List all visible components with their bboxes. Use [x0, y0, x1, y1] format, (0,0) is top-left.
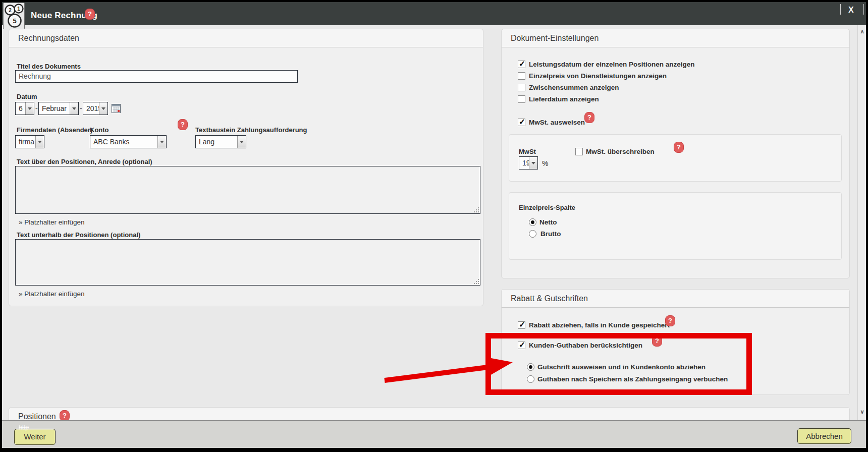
mwst-label: MwSt — [519, 148, 536, 155]
svg-text:2: 2 — [9, 8, 12, 13]
chevron-down-icon[interactable] — [237, 136, 246, 148]
panel-rechnungsdaten-title: Rechnungsdaten — [18, 34, 79, 43]
help-icon[interactable]: ? — [60, 410, 70, 421]
firmendaten-select[interactable]: firma 2 — [15, 135, 44, 148]
leistungsdatum-label: Leistungsdatum der einzelnen Positionen … — [529, 61, 695, 68]
text-unten-label: Text unterhalb der Positionen (optional) — [17, 231, 140, 239]
panel-dokument-einstellungen-title: Dokument-Einstellungen — [511, 34, 599, 43]
netto-radio[interactable] — [529, 218, 536, 226]
close-button[interactable]: X — [848, 6, 854, 15]
titel-des-dokuments-label: Titel des Dokuments — [17, 63, 81, 70]
rabatt-abziehen-checkbox[interactable] — [518, 321, 525, 329]
einzelpreis-spalte-title: Einzelpreis-Spalte — [519, 204, 575, 211]
text-oben-label: Text über den Positionen, Anrede (option… — [17, 158, 152, 165]
divider — [863, 4, 864, 15]
day-select[interactable]: 6 — [15, 102, 34, 115]
netto-label: Netto — [539, 218, 557, 226]
title-bar: Neue Rechnung ? X — [2, 2, 866, 25]
panel-rabatt-title: Rabatt & Gutschriften — [511, 294, 588, 303]
platzhalter-link[interactable]: » Platzhalter einfügen — [19, 290, 85, 298]
help-icon[interactable]: ? — [584, 112, 594, 123]
zwischensummen-label: Zwischensummen anzeigen — [529, 84, 619, 91]
status-artifact-text: http — [19, 424, 29, 431]
annotation-highlight-rectangle — [485, 333, 752, 395]
scroll-up-icon[interactable]: ∧ — [859, 28, 865, 35]
mwst-box — [509, 134, 842, 182]
chevron-down-icon[interactable] — [70, 102, 78, 115]
firmendaten-label: Firmendaten (Absender) — [17, 126, 92, 134]
konto-select[interactable]: ABC Banks — [90, 135, 167, 148]
platzhalter-link[interactable]: » Platzhalter einfügen — [19, 218, 85, 226]
help-icon[interactable]: ? — [665, 315, 675, 326]
app-logo: 2 1 5 — [3, 3, 25, 29]
mwst-ueberschreiben-checkbox[interactable] — [575, 148, 583, 155]
abbrechen-button[interactable]: Abbrechen — [797, 428, 851, 444]
new-invoice-dialog: Neue Rechnung ? X 2 1 5 Rechnungsdaten T… — [0, 0, 868, 452]
textbaustein-select[interactable]: Lang — [195, 135, 246, 148]
einzelpreis-dienstleistungen-label: Einzelpreis von Dienstleistungen anzeige… — [529, 72, 667, 80]
datum-label: Datum — [17, 93, 37, 100]
annotation-arrow-icon — [379, 353, 517, 386]
mwst-ausweisen-label: MwSt. ausweisen — [529, 119, 585, 126]
help-icon[interactable]: ? — [178, 119, 188, 130]
mwst-ueberschreiben-label: MwSt. überschreiben — [586, 148, 655, 155]
svg-text:1: 1 — [17, 6, 20, 12]
panel-dokument-einstellungen-header: Dokument-Einstellungen — [502, 29, 849, 47]
document-title-value: Rechnung — [19, 72, 51, 80]
text-oben-textarea[interactable] — [15, 166, 480, 214]
scroll-down-icon[interactable]: ∨ — [859, 409, 865, 415]
month-select[interactable]: Februar — [38, 102, 79, 115]
percent-label: % — [542, 159, 548, 167]
calendar-icon[interactable] — [112, 104, 121, 113]
divider — [840, 4, 841, 15]
brutto-label: Brutto — [540, 230, 561, 238]
chevron-down-icon[interactable] — [25, 102, 34, 115]
footer-bar: http Weiter Abbrechen — [2, 420, 866, 448]
leistungsdatum-checkbox[interactable] — [518, 61, 525, 68]
lieferdatum-checkbox[interactable] — [518, 95, 525, 103]
document-title-input[interactable]: Rechnung — [15, 70, 298, 83]
panel-rechnungsdaten-header: Rechnungsdaten — [9, 29, 483, 47]
date-separator: - — [80, 104, 82, 112]
resize-grip-icon[interactable] — [478, 211, 479, 212]
vertical-scrollbar[interactable]: ∧ ∨ — [857, 25, 866, 420]
zwischensummen-checkbox[interactable] — [518, 84, 525, 91]
brutto-radio[interactable] — [529, 230, 536, 238]
einzelpreis-spalte-box — [509, 192, 842, 260]
rabatt-abziehen-label: Rabatt abziehen, falls in Kunde gespeich… — [529, 321, 670, 329]
chevron-down-icon[interactable] — [35, 136, 44, 148]
logo-balls-icon: 2 1 5 — [4, 3, 25, 30]
resize-grip-icon[interactable] — [478, 283, 479, 284]
panel-rabatt-header: Rabatt & Gutschriften — [502, 290, 849, 308]
chevron-down-icon[interactable] — [99, 102, 107, 115]
chevron-down-icon[interactable] — [529, 157, 537, 169]
einzelpreis-dienstleistungen-checkbox[interactable] — [518, 72, 525, 80]
lieferdatum-label: Lieferdatum anzeigen — [529, 95, 599, 103]
year-select[interactable]: 2015 — [83, 102, 108, 115]
date-separator: - — [35, 104, 38, 112]
textbaustein-label: Textbaustein Zahlungsaufforderung — [195, 126, 307, 134]
text-unten-textarea[interactable] — [15, 239, 480, 286]
mwst-select[interactable]: 19 — [519, 156, 538, 170]
help-icon[interactable]: ? — [85, 9, 95, 20]
chevron-down-icon[interactable] — [157, 136, 166, 148]
mwst-ausweisen-checkbox[interactable] — [518, 119, 525, 126]
konto-label: Konto — [90, 126, 109, 134]
svg-text:5: 5 — [13, 17, 16, 25]
help-icon[interactable]: ? — [674, 142, 684, 153]
weiter-button[interactable]: Weiter — [14, 429, 56, 445]
